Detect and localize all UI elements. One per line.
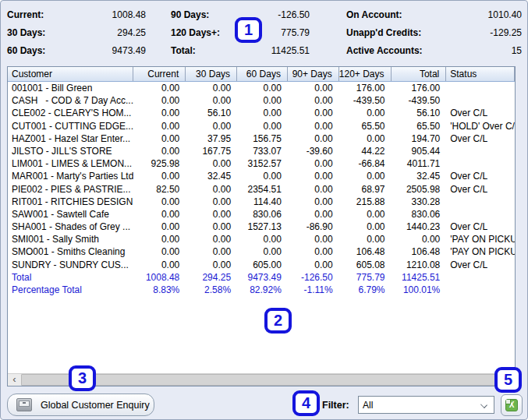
row-value-cell: 0.00	[133, 107, 186, 119]
summary-item: Total:11425.51	[171, 41, 310, 59]
row-value-cell: 0.00	[133, 259, 186, 271]
row-value-cell: 0.00	[339, 132, 392, 145]
row-label-cell: CUT001 - CUTTING EDGE...	[8, 120, 133, 132]
annotation-badge-4: 4	[292, 390, 320, 416]
row-value-cell: 0.00	[237, 233, 288, 245]
column-header-60-days[interactable]: 60 Days	[237, 67, 288, 81]
table-row[interactable]: SHA001 - Shades of Grey ...0.000.001527.…	[8, 221, 515, 233]
scroll-left-arrow-icon[interactable]: ‹	[8, 374, 21, 386]
summary-label: 30 Days:	[7, 27, 45, 38]
row-value-cell: 2505.98	[392, 183, 447, 196]
table-row[interactable]: MAR001 - Marty's Parties Ltd0.0032.450.0…	[8, 170, 515, 182]
row-value-cell: 0.00	[186, 221, 237, 233]
row-value-cell	[446, 82, 515, 94]
row-value-cell: 0.00	[237, 94, 288, 107]
row-label-cell: PIE002 - PIES & PASTRIE...	[8, 183, 133, 196]
row-value-cell: 56.10	[392, 107, 447, 119]
summary-value: -126.50	[278, 9, 310, 20]
row-value-cell: 0.00	[237, 82, 288, 94]
row-value-cell: 'PAY ON PICKUP'	[446, 245, 515, 258]
column-header-status[interactable]: Status	[446, 67, 515, 81]
row-value-cell: 0.00	[186, 196, 237, 208]
row-value-cell: 0.00	[186, 120, 237, 132]
row-value-cell: 0.00	[288, 82, 339, 94]
row-value-cell	[446, 208, 515, 221]
column-header-30-days[interactable]: 30 Days	[186, 67, 237, 81]
row-value-cell: 0.00	[186, 259, 237, 271]
summary-item: Unapp'd Credits:-129.25	[346, 23, 522, 41]
row-value-cell: 0.00	[133, 145, 186, 157]
table-row[interactable]: HAZ001 - Hazel Star Enter...0.0037.95156…	[8, 132, 515, 145]
row-value-cell: 0.00	[186, 82, 237, 94]
row-value-cell: 0.00	[288, 132, 339, 145]
excel-export-icon: X	[505, 399, 518, 411]
row-value-cell: 9473.49	[237, 271, 288, 284]
global-customer-enquiry-button[interactable]: Global Customer Enquiry	[7, 394, 154, 416]
column-header-total[interactable]: Total	[392, 67, 447, 81]
global-customer-enquiry-window: Current:1008.4830 Days:294.2560 Days:947…	[0, 0, 528, 420]
row-value-cell: 775.79	[339, 271, 392, 284]
row-value-cell: 1008.48	[133, 271, 186, 284]
row-value-cell: 830.06	[237, 208, 288, 221]
summary-label: Current:	[7, 9, 44, 20]
row-value-cell	[446, 284, 515, 296]
row-value-cell: 0.00	[339, 208, 392, 221]
row-value-cell: 0.00	[133, 82, 186, 94]
row-value-cell: 0.00	[133, 233, 186, 245]
row-value-cell: 0.00	[237, 120, 288, 132]
export-to-excel-button[interactable]: X	[501, 394, 523, 416]
table-row[interactable]: SUNDRY - SUNDRY CUS...0.000.00605.000.00…	[8, 259, 515, 271]
filter-selected-value: All	[363, 400, 373, 411]
annotation-badge-2: 2	[264, 308, 292, 334]
row-value-cell: 830.06	[392, 208, 447, 221]
summary-value: -129.25	[490, 27, 522, 38]
row-value-cell: 0.00	[186, 157, 237, 170]
row-value-cell	[446, 157, 515, 170]
row-value-cell: 1527.13	[237, 221, 288, 233]
summary-value: 294.25	[117, 27, 146, 38]
column-header-120-days[interactable]: 120+ Days	[339, 67, 392, 81]
row-value-cell: 2354.51	[237, 183, 288, 196]
row-value-cell: Over C/L	[446, 221, 515, 233]
table-row[interactable]: LIM001 - LIMES & LEMON...925.980.003152.…	[8, 157, 515, 170]
table-row[interactable]: PIE002 - PIES & PASTRIE...82.500.002354.…	[8, 183, 515, 196]
percentage-total-row: Percentage Total8.83%2.58%82.92%-1.11%6.…	[8, 284, 515, 296]
row-value-cell: 0.00	[237, 245, 288, 258]
column-header-customer[interactable]: Customer	[8, 67, 133, 81]
annotation-badge-5: 5	[494, 367, 522, 393]
row-label-cell: SUNDRY - SUNDRY CUS...	[8, 259, 133, 271]
column-header-current[interactable]: Current	[133, 67, 186, 81]
table-row[interactable]: SMI001 - Sally Smith0.000.000.000.000.00…	[8, 233, 515, 245]
row-value-cell: 0.00	[237, 107, 288, 119]
row-value-cell	[446, 145, 515, 157]
row-value-cell: 156.75	[237, 132, 288, 145]
table-row[interactable]: CASH - COD & 7 Day Acc...0.000.000.000.0…	[8, 94, 515, 107]
table-row[interactable]: CUT001 - CUTTING EDGE...0.000.000.000.00…	[8, 120, 515, 132]
table-row[interactable]: SMO001 - Smiths Cleaning0.000.000.000.00…	[8, 245, 515, 258]
row-value-cell: Over C/L	[446, 132, 515, 145]
table-row[interactable]: CLE002 - CLEARY'S HOM...0.0056.100.000.0…	[8, 107, 515, 119]
row-value-cell: Over C/L	[446, 170, 515, 182]
row-value-cell: 0.00	[133, 170, 186, 182]
annotation-badge-1: 1	[235, 17, 262, 43]
table-row[interactable]: SAW001 - Sawtell Cafe0.000.00830.060.000…	[8, 208, 515, 221]
table-row[interactable]: RIT001 - RITCHIES DESIGN0.000.00114.400.…	[8, 196, 515, 208]
filter-dropdown[interactable]: All	[358, 396, 494, 414]
summary-column-account: On Account:1010.40Unapp'd Credits:-129.2…	[346, 5, 522, 59]
row-value-cell: 114.40	[237, 196, 288, 208]
row-value-cell: 905.44	[392, 145, 447, 157]
row-value-cell: 0.00	[186, 245, 237, 258]
row-value-cell: 215.88	[339, 196, 392, 208]
summary-item: 60 Days:9473.49	[7, 41, 146, 59]
row-value-cell: 106.48	[339, 245, 392, 258]
row-value-cell: 194.70	[392, 132, 447, 145]
table-row[interactable]: JILSTO - JILL'S STORE0.00167.75733.07-39…	[8, 145, 515, 157]
grid-header-row: CustomerCurrent30 Days60 Days90+ Days120…	[8, 67, 515, 82]
row-value-cell: 925.98	[133, 157, 186, 170]
row-value-cell: Over C/L	[446, 183, 515, 196]
column-header-90-days[interactable]: 90+ Days	[288, 67, 339, 81]
summary-label: 90 Days:	[171, 9, 209, 20]
row-label-cell: CLE002 - CLEARY'S HOM...	[8, 107, 133, 119]
row-value-cell: 0.00	[288, 233, 339, 245]
table-row[interactable]: 001001 - Bill Green0.000.000.000.00176.0…	[8, 82, 515, 94]
